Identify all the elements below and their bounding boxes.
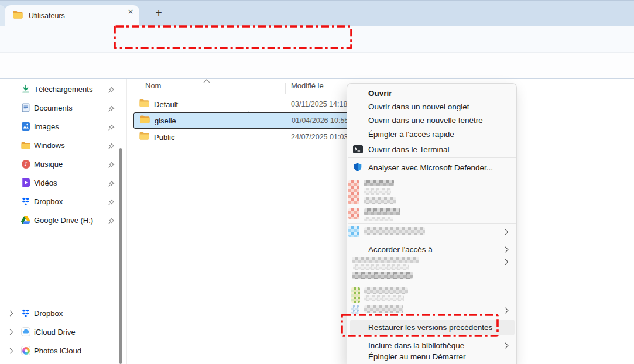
menu-item-ouvrir-terminal[interactable]: Ouvrir dans le Terminal [350, 142, 515, 156]
close-tab-icon[interactable]: × [125, 6, 136, 18]
submenu-chevron-icon [503, 229, 509, 235]
sidebar: Téléchargements Documents Images Windows [0, 79, 126, 364]
menu-item-restaurer-versions-precedentes[interactable]: Restaurer les versions précédentes [350, 320, 515, 335]
menu-item-ouvrir-nouvelle-fenetre[interactable]: Ouvrir dans une nouvelle fenêtre [350, 113, 515, 127]
music-icon: ♪ [21, 159, 30, 169]
menu-item-defender[interactable]: Analyser avec Microsoft Defender... [350, 160, 515, 174]
address-row: ← → ↑ ↻ Ce PC Disque local (C:) Utilisat… [0, 26, 634, 52]
pin-icon [108, 160, 115, 171]
redacted-text [364, 305, 403, 313]
chevron-right-icon[interactable] [8, 311, 13, 317]
menu-item-ouvrir-nouvel-onglet[interactable]: Ouvrir dans un nouvel onglet [350, 99, 515, 114]
menu-separator [348, 177, 516, 177]
menu-item-epingler-menu-demarrer[interactable]: Épingler au menu Démarrer [350, 349, 515, 363]
sidebar-tree-photos-icloud[interactable]: Photos iCloud [5, 343, 119, 358]
pin-icon [108, 104, 115, 115]
redacted-green-icon [351, 287, 360, 303]
sidebar-scrollbar[interactable] [119, 148, 122, 364]
icloud-icon [21, 327, 30, 336]
submenu-chevron-icon [503, 246, 509, 252]
menu-separator [348, 223, 516, 224]
photos-icon [21, 346, 30, 355]
menu-separator [348, 286, 516, 286]
new-tab-icon[interactable]: + [152, 6, 165, 19]
sidebar-item-images[interactable]: Images [5, 119, 119, 134]
sidebar-item-videos[interactable]: Vidéos [5, 175, 119, 190]
column-header-modified[interactable]: Modifié le [291, 81, 324, 90]
pane-divider [126, 79, 127, 364]
redacted-text [364, 180, 394, 186]
redacted-icon [351, 305, 359, 314]
sidebar-item-windows[interactable]: Windows [5, 138, 119, 153]
sort-ascending-icon [203, 79, 210, 85]
sidebar-item-documents[interactable]: Documents [5, 100, 119, 115]
submenu-chevron-icon [503, 307, 509, 313]
folder-icon [139, 99, 149, 109]
minimize-icon[interactable]: — [619, 3, 634, 19]
redacted-text [353, 264, 409, 270]
redacted-blue-icon [348, 226, 359, 237]
redacted-text [364, 287, 408, 294]
sidebar-item-telechargements[interactable]: Téléchargements [5, 81, 119, 97]
redacted-text [364, 197, 396, 204]
title-bar: Utilisateurs × + — [0, 0, 634, 26]
submenu-chevron-icon [503, 342, 509, 348]
dropbox-icon [21, 197, 30, 206]
redacted-text [352, 272, 413, 279]
pin-icon [108, 142, 115, 152]
menu-item-ouvrir[interactable]: Ouvrir [350, 86, 515, 100]
folder-icon [139, 132, 149, 142]
file-explorer-window: Utilisateurs × + — ← → ↑ ↻ Ce PC Disque … [0, 0, 634, 364]
sidebar-item-musique[interactable]: ♪ Musique [5, 156, 119, 171]
menu-item-accorder-acces[interactable]: Accorder l'accès à [350, 242, 515, 256]
redacted-text [364, 208, 400, 215]
pin-icon [108, 123, 115, 133]
context-menu: Ouvrir Ouvrir dans un nouvel onglet Ouvr… [347, 83, 517, 364]
dropbox-icon [21, 308, 30, 318]
google-drive-icon [21, 215, 30, 225]
redacted-text [364, 188, 391, 195]
sidebar-tree-dropbox[interactable]: Dropbox [5, 305, 119, 321]
defender-shield-icon [352, 163, 363, 172]
download-icon [21, 84, 30, 94]
redacted-text [364, 295, 404, 301]
sidebar-item-google-drive[interactable]: Google Drive (H:) [5, 212, 119, 228]
folder-icon [140, 115, 150, 126]
tab-title: Utilisateurs [29, 12, 65, 20]
pin-icon [108, 85, 115, 96]
pin-icon [108, 198, 115, 208]
folder-icon [13, 11, 23, 21]
redacted-text [352, 257, 419, 263]
pin-icon [108, 179, 115, 190]
column-header-name[interactable]: Nom [145, 81, 161, 90]
menu-item-epingler-acces-rapide[interactable]: Épingler à l'accès rapide [350, 127, 515, 141]
menu-separator [348, 157, 516, 158]
redacted-red-icon [348, 180, 359, 204]
column-divider[interactable] [285, 83, 286, 94]
redacted-red-icon [348, 208, 359, 219]
redacted-text [364, 227, 425, 235]
chevron-right-icon[interactable] [8, 329, 13, 335]
redacted-text [364, 217, 393, 221]
pin-icon [108, 217, 115, 227]
picture-icon [21, 122, 30, 131]
video-icon [21, 178, 30, 187]
folder-icon [21, 140, 30, 150]
terminal-icon [352, 145, 363, 154]
toolbar: + Nouveau ✂ A ↪ ⇅ Trier ≡ Afficher [0, 52, 634, 79]
explorer-tab[interactable]: Utilisateurs [5, 5, 139, 26]
sidebar-tree-icloud-drive[interactable]: iCloud Drive [5, 324, 119, 339]
submenu-chevron-icon [503, 259, 509, 265]
sidebar-item-dropbox[interactable]: Dropbox [5, 194, 119, 209]
chevron-right-icon[interactable] [8, 348, 13, 354]
document-icon [21, 103, 30, 112]
